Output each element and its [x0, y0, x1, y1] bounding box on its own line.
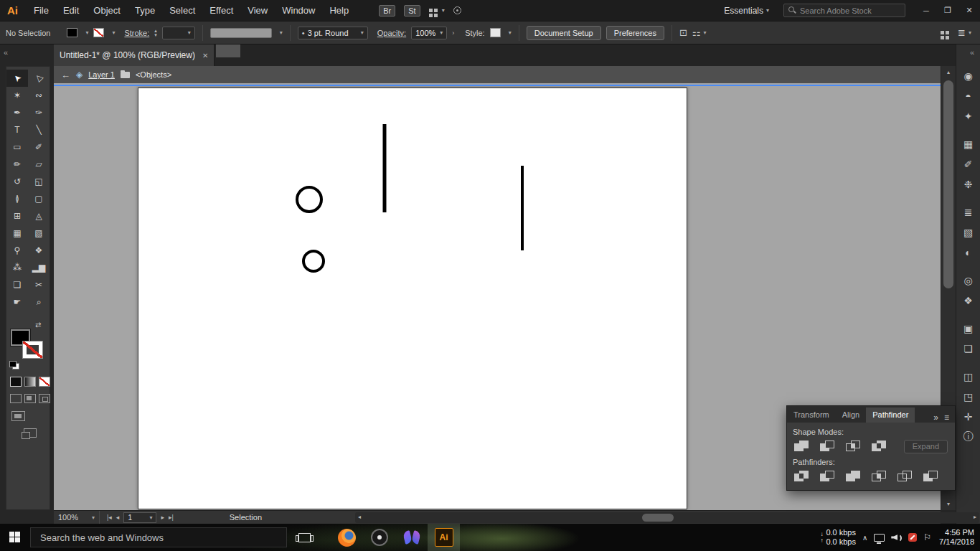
opacity-input[interactable]: 100% — [411, 27, 447, 39]
rectangle-tool[interactable]: ▭ — [6, 138, 28, 156]
task-view-button[interactable] — [288, 524, 321, 551]
transform-panel-icon[interactable]: ✛ — [959, 408, 978, 425]
eraser-tool[interactable]: ▱ — [28, 156, 50, 173]
panel-collapse-icon[interactable]: » — [933, 413, 938, 423]
stock-button[interactable]: St — [404, 5, 420, 17]
collapse-right-dock-icon[interactable]: « — [970, 48, 974, 57]
artwork-circle[interactable] — [303, 251, 324, 271]
shape-builder-tool[interactable]: ⊞ — [6, 207, 28, 225]
fill-color-swatch[interactable] — [67, 28, 77, 37]
firefox-button[interactable] — [331, 524, 363, 551]
scale-tool[interactable]: ◱ — [28, 173, 50, 190]
layers-panel-icon[interactable]: ▣ — [959, 320, 978, 337]
document-setup-button[interactable]: Document Setup — [527, 26, 601, 40]
zoom-tool[interactable]: ⌕ — [28, 293, 50, 311]
volume-icon[interactable] — [891, 533, 902, 542]
isolate-object-icon[interactable]: ⊡ — [679, 27, 687, 38]
collapse-left-dock-icon[interactable]: « — [4, 48, 8, 57]
menu-view[interactable]: View — [240, 0, 275, 21]
menu-type[interactable]: Type — [128, 0, 162, 21]
intersect-button[interactable] — [844, 439, 864, 453]
default-colors-icon[interactable] — [9, 361, 19, 369]
scroll-right-icon[interactable]: ▸ — [974, 514, 976, 520]
gradient-button[interactable] — [24, 377, 36, 387]
stock-search-box[interactable] — [783, 4, 905, 17]
menu-help[interactable]: Help — [322, 0, 356, 21]
bridge-button[interactable]: Br — [379, 5, 395, 17]
artboard[interactable] — [138, 88, 687, 509]
taskbar-search-input[interactable] — [40, 532, 270, 543]
stroke-indicator[interactable] — [23, 342, 42, 358]
line-segment-tool[interactable]: ╲ — [28, 121, 50, 138]
network-status-icon[interactable] — [874, 534, 885, 542]
vertical-scroll-thumb[interactable] — [943, 80, 953, 288]
network-speed-widget[interactable]: ↓↑ 0.0 kbps 0.0 kbps — [820, 528, 856, 547]
previous-artboard-icon[interactable]: ◂ — [116, 514, 120, 521]
draw-behind-button[interactable] — [24, 394, 36, 403]
type-tool[interactable]: T — [6, 121, 28, 138]
pencil-tool[interactable]: ✏ — [6, 156, 28, 173]
back-arrow-icon[interactable]: ← — [61, 70, 70, 80]
unite-button[interactable] — [793, 439, 812, 453]
preferences-button[interactable]: Preferences — [606, 26, 664, 40]
tab-transform[interactable]: Transform — [787, 408, 836, 423]
arrange-documents-button[interactable] — [429, 7, 445, 14]
illustrator-taskbar-button[interactable]: Ai — [428, 524, 460, 551]
draw-normal-button[interactable] — [10, 394, 22, 403]
first-artboard-icon[interactable]: |◂ — [107, 514, 112, 521]
menu-edit[interactable]: Edit — [56, 0, 86, 21]
swatches-panel-icon[interactable]: ▦ — [959, 136, 978, 153]
lasso-tool[interactable]: ∾ — [28, 87, 50, 104]
stroke-width-select[interactable] — [162, 27, 195, 39]
breadcrumb-layer[interactable]: Layer 1 — [88, 70, 115, 79]
column-graph-tool[interactable]: ▂▆ — [28, 259, 50, 276]
paintbrush-tool[interactable]: ✐ — [28, 138, 50, 156]
document-tab[interactable]: Untitled-1* @ 100% (RGB/Preview) ✕ — [54, 44, 215, 66]
media-app-button[interactable] — [395, 524, 428, 551]
expand-button[interactable]: Expand — [904, 440, 948, 453]
scroll-up-icon[interactable]: ▴ — [941, 69, 956, 75]
perspective-grid-tool[interactable]: ◬ — [28, 207, 50, 225]
panel-menu-icon[interactable]: ≡ — [944, 413, 949, 423]
color-guide-panel-icon[interactable]: ◓ — [959, 88, 978, 105]
width-profile-select[interactable] — [210, 28, 272, 38]
gradient-panel-icon[interactable]: ▧ — [959, 224, 978, 241]
scroll-down-icon[interactable]: ▾ — [941, 501, 956, 507]
taskbar-search-box[interactable] — [30, 527, 287, 547]
stroke-color-swatch[interactable] — [93, 28, 104, 37]
merge-button[interactable] — [844, 469, 864, 484]
action-center-icon[interactable]: ⚐ — [923, 532, 931, 542]
opacity-panel-link[interactable]: Opacity: — [377, 29, 406, 37]
start-button[interactable] — [0, 524, 30, 551]
exclude-button[interactable] — [870, 439, 890, 453]
magic-wand-tool[interactable]: ✶ — [6, 87, 28, 104]
minimize-button[interactable]: ─ — [915, 0, 937, 21]
direct-selection-tool[interactable]: ▷ — [28, 70, 50, 87]
close-button[interactable]: ✕ — [958, 0, 980, 21]
menu-window[interactable]: Window — [275, 0, 322, 21]
gradient-tool[interactable]: ▧ — [28, 225, 50, 242]
stroke-panel-icon[interactable]: ≣ — [959, 204, 978, 221]
next-artboard-icon[interactable]: ▸ — [161, 514, 164, 521]
draw-inside-button[interactable] — [39, 394, 50, 403]
notification-red-icon[interactable] — [908, 533, 917, 542]
swap-fill-stroke-icon[interactable]: ⇄ — [35, 321, 41, 329]
tab-close-icon[interactable]: ✕ — [202, 52, 208, 60]
horizontal-scroll-thumb[interactable] — [642, 514, 674, 522]
select-similar-icon[interactable]: ⚏ — [692, 27, 707, 38]
screen-mode-button[interactable] — [11, 411, 25, 421]
slice-tool[interactable]: ✂ — [28, 276, 50, 293]
tab-align[interactable]: Align — [836, 408, 866, 423]
artboard-tool[interactable]: ❏ — [6, 276, 28, 293]
brush-definition-select[interactable]: • 3 pt. Round — [298, 27, 368, 39]
outline-button[interactable] — [896, 469, 915, 484]
eyedropper-tool[interactable]: ⚲ — [6, 242, 28, 259]
minus-back-button[interactable] — [922, 469, 941, 484]
menu-file[interactable]: File — [27, 0, 56, 21]
rotate-tool[interactable]: ↺ — [6, 173, 28, 190]
edit-toolbar-icon[interactable] — [24, 428, 37, 438]
touch-workspace-button[interactable] — [453, 6, 461, 14]
control-panel-menu-icon[interactable]: ≣ — [958, 27, 971, 38]
opacity-flyout-icon[interactable]: › — [452, 29, 454, 37]
zoom-level-select[interactable]: 100% — [54, 511, 100, 524]
